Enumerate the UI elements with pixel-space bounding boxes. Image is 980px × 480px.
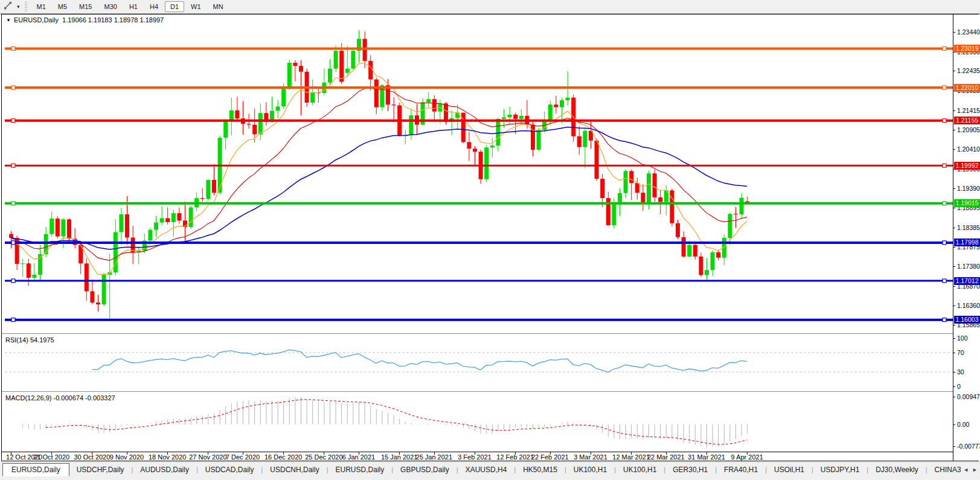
timeframe-button-h1[interactable]: H1	[124, 1, 143, 12]
rsi-tick-mark	[953, 338, 955, 339]
macd-tick-mark	[953, 397, 955, 397]
date-tick-label: 16 Dec 2020	[264, 453, 302, 461]
rsi-tick-label: 70	[957, 349, 964, 356]
rsi-tick-mark	[953, 386, 955, 387]
chart-tab-china300-h1[interactable]: CHINA300,H1	[927, 464, 961, 476]
price-tick-label: 1.18385	[957, 224, 980, 231]
chart-tab-usdjpy-h1[interactable]: USDJPY,H1	[813, 464, 866, 476]
macd-tick-label: 0.009478	[957, 393, 980, 400]
price-tick-label: 1.21415	[957, 107, 980, 114]
main-chart-canvas[interactable]	[5, 24, 953, 333]
price-tick-mark	[953, 32, 955, 33]
chart-tab-eurusd-daily[interactable]: EURUSD,Daily	[328, 464, 392, 476]
hline-price-badge: 1.17998	[954, 238, 980, 246]
timeframe-button-w1[interactable]: W1	[185, 1, 207, 12]
chart-tab-eurusd-daily[interactable]: EURUSD,Daily	[2, 463, 69, 476]
macd-panel-canvas[interactable]	[5, 392, 953, 452]
chart-tab-usdchf-daily[interactable]: USDCHF,Daily	[69, 464, 132, 476]
chart-tab-audusd-daily[interactable]: AUDUSD,Daily	[133, 464, 196, 476]
toolbar-grip[interactable]	[25, 2, 27, 11]
date-tick-label: 27 Nov 2020	[189, 453, 226, 461]
date-tick-label: 22 Feb 2021	[531, 453, 569, 461]
tabs-scroll-left-icon[interactable]: ◄	[963, 467, 969, 473]
price-tick-mark	[953, 110, 955, 111]
date-tick-label: 30 Oct 2020	[74, 453, 110, 461]
rsi-panel-canvas[interactable]	[5, 334, 953, 391]
price-tick-mark	[953, 306, 955, 306]
macd-tick-mark	[953, 424, 955, 425]
line-tool-button[interactable]	[1, 1, 14, 13]
collapse-triangle-icon[interactable]: ▼	[6, 18, 11, 23]
chart-tab-dj30-weekly[interactable]: DJ30,Weekly	[868, 464, 925, 476]
chart-tab-usoil-h1[interactable]: USOil,H1	[767, 464, 812, 476]
price-tick-label: 1.22435	[957, 67, 980, 74]
line-tool-icon	[4, 1, 12, 12]
macd-signal-line	[46, 400, 748, 444]
mt4-terminal: ▾ M1M5M15M30H1H4D1W1MN ▼EURUSD,Daily 1.1…	[0, 0, 980, 480]
hline-price-badge: 1.21155	[954, 117, 980, 124]
date-tick-label: 12 Feb 2021	[496, 453, 534, 461]
chart-tab-gbpusd-daily[interactable]: GBPUSD,Daily	[393, 464, 456, 476]
timeframe-button-m15[interactable]: M15	[74, 1, 97, 12]
price-tick-mark	[953, 71, 955, 71]
date-tick-label: 31 Mar 2021	[688, 453, 725, 461]
price-tick-mark	[953, 286, 955, 287]
chart-tab-uk100-h1[interactable]: UK100,H1	[616, 464, 664, 476]
rsi-tick-label: 100	[957, 334, 968, 342]
chart-tab-usdcnh-daily[interactable]: USDCNH,Daily	[263, 464, 326, 476]
hline-price-badge: 1.23019	[954, 45, 980, 53]
price-tick-label: 1.16360	[957, 302, 980, 309]
chart-tab-fra40-h1[interactable]: FRA40,H1	[717, 464, 765, 476]
timeframe-button-mn[interactable]: MN	[208, 1, 229, 12]
macd-tick-label: 0.00	[957, 421, 969, 428]
rsi-tick-mark	[953, 372, 955, 373]
chart-tab-usdcad-daily[interactable]: USDCAD,Daily	[198, 464, 261, 476]
price-tick-label: 1.19390	[957, 185, 980, 192]
date-tick-label: 21 Oct 2020	[33, 453, 69, 461]
chart-tab-bar: EURUSD,DailyUSDCHF,Daily|AUDUSD,Daily|US…	[0, 462, 980, 480]
date-tick-label: 9 Nov 2020	[110, 453, 144, 461]
chart-tab-hk50-m15[interactable]: HK50,M15	[516, 464, 565, 476]
price-tick-mark	[953, 149, 955, 150]
price-tick-label: 1.20410	[957, 146, 980, 153]
date-tick-label: 12 Mar 2021	[612, 453, 650, 461]
chart-tab-xauusd-h4[interactable]: XAUUSD,H4	[458, 464, 514, 476]
rsi-tick-mark	[953, 353, 955, 353]
date-tick-label: 7 Dec 2020	[226, 453, 260, 461]
macd-panel-divider[interactable]	[2, 391, 953, 392]
macd-tick-label: -0.007778	[957, 443, 980, 450]
chart-tab-uk100-h1[interactable]: UK100,H1	[566, 464, 614, 476]
macd-tick-mark	[953, 446, 955, 447]
macd-indicator-label: MACD(12,26,9) -0.000674 -0.003327	[5, 394, 115, 402]
chart-title: ▼EURUSD,Daily 1.19066 1.19183 1.18978 1.…	[6, 16, 164, 24]
rsi-line	[92, 350, 747, 373]
date-tick-label: 25 Dec 2020	[305, 453, 342, 461]
price-tick-mark	[953, 130, 955, 130]
date-tick-label: 15 Jan 2021	[381, 453, 418, 461]
timeframe-button-h4[interactable]: H4	[144, 1, 164, 12]
rsi-tick-label: 30	[957, 368, 964, 376]
date-tick-label: 3 Mar 2021	[574, 453, 607, 461]
price-tick-label: 1.23440	[957, 28, 980, 36]
chart-ohlc-values: 1.19066 1.19183 1.18978 1.18997	[62, 16, 164, 24]
date-tick-label: 25 Jan 2021	[416, 453, 453, 461]
timeframe-button-d1[interactable]: D1	[165, 1, 184, 12]
hline-price-badge: 1.19015	[954, 199, 980, 207]
price-tick-mark	[953, 247, 955, 248]
price-tick-mark	[953, 228, 955, 228]
timeframe-toolbar: ▾ M1M5M15M30H1H4D1W1MN	[0, 0, 980, 14]
date-tick-label: 18 Nov 2020	[149, 453, 186, 461]
chart-tab-ger30-h1[interactable]: GER30,H1	[665, 464, 715, 476]
tool-dropdown-caret[interactable]: ▾	[14, 4, 22, 10]
timeframe-button-m1[interactable]: M1	[31, 1, 51, 12]
rsi-tick-label: 0	[957, 383, 961, 390]
date-tick-label: 6 Jan 2021	[342, 453, 375, 461]
timeframe-button-m5[interactable]: M5	[53, 1, 72, 12]
hline-price-badge: 1.22010	[954, 84, 980, 92]
price-tick-label: 1.20905	[957, 126, 980, 133]
tabs-scroll-right-icon[interactable]: ►	[972, 467, 978, 473]
timeframe-button-m30[interactable]: M30	[99, 1, 123, 12]
date-tick-label: 9 Apr 2021	[731, 453, 763, 461]
rsi-indicator-label: RSI(14) 54.1975	[5, 336, 54, 344]
hline-price-badge: 1.17012	[954, 277, 980, 285]
